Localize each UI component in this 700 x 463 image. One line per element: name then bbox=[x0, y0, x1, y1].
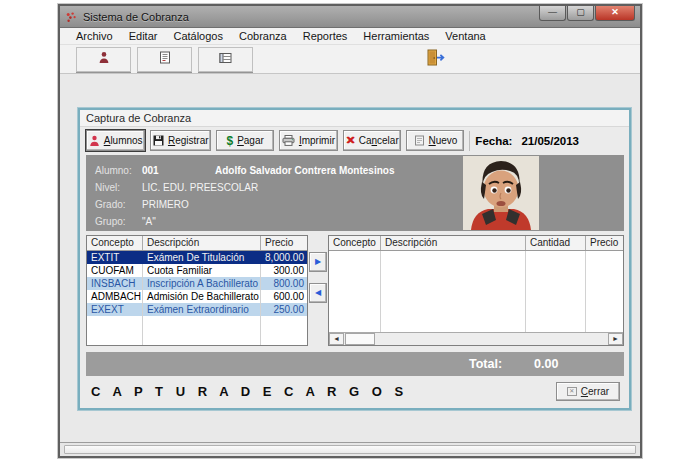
close-window-icon: ✕ bbox=[567, 387, 577, 396]
scroll-left-button[interactable]: ◄ bbox=[329, 333, 344, 345]
detail-table-header: Concepto Descripción Cantidad Precio Imp… bbox=[329, 236, 623, 251]
cell-descripcion: Exámen Extraordinario bbox=[143, 303, 261, 316]
cell-precio: 8,000.00 bbox=[261, 251, 307, 264]
cancelar-button[interactable]: ✕ Cancelar bbox=[343, 130, 402, 151]
fecha-value: 21/05/2013 bbox=[521, 135, 579, 147]
close-button[interactable]: ✕ bbox=[595, 6, 635, 21]
table-row[interactable]: INSBACH Inscripción A Bachillerato 800.0… bbox=[87, 277, 307, 290]
titlebar: Sistema de Cobranza — ▢ ✕ bbox=[60, 6, 640, 28]
nuevo-button[interactable]: Nuevo bbox=[406, 130, 464, 151]
toolbar-students-button[interactable] bbox=[76, 47, 131, 72]
menubar: Archivo Editar Catálogos Cobranza Report… bbox=[60, 28, 640, 45]
printer-icon bbox=[282, 135, 295, 146]
horizontal-scrollbar: ◄ ► bbox=[329, 332, 623, 345]
student-row-alumno: Alumno:001Adolfo Salvador Contrera Monte… bbox=[95, 162, 624, 179]
captura-window-title: Captura de Cobranza bbox=[80, 110, 629, 127]
menu-item-ventana[interactable]: Ventana bbox=[437, 29, 493, 43]
cell-precio: 600.00 bbox=[261, 290, 307, 303]
cell-concepto: INSBACH bbox=[87, 277, 143, 290]
menu-item-editar[interactable]: Editar bbox=[121, 29, 166, 43]
table-row[interactable]: ADMBACH Admisión De Bachillerato 600.00 bbox=[87, 290, 307, 303]
maximize-button[interactable]: ▢ bbox=[567, 6, 594, 21]
imprimir-button[interactable]: Imprimir bbox=[279, 130, 338, 151]
student-row-grado: Grado:PRIMERO bbox=[95, 196, 624, 213]
page-title: C A P T U R A D E C A R G O S bbox=[91, 384, 408, 399]
dollar-icon: $ bbox=[226, 134, 233, 148]
nuevo-button-label: Nuevo bbox=[429, 135, 458, 146]
alumnos-button[interactable]: Alumnos bbox=[86, 130, 145, 151]
pagar-button-label: Pagar bbox=[237, 135, 264, 146]
mdi-area: Captura de Cobranza Alumnos Registrar bbox=[60, 74, 640, 442]
student-icon bbox=[98, 51, 110, 67]
add-charge-button[interactable]: ▶ bbox=[309, 252, 327, 272]
imprimir-button-label: Imprimir bbox=[299, 135, 335, 146]
table-row[interactable]: EXTIT Exámen De Titulación 8,000.00 bbox=[87, 251, 307, 264]
total-bar: Total: 0.00 bbox=[86, 352, 624, 376]
fecha-label: Fecha: bbox=[475, 135, 512, 147]
alumnos-button-label: Alumnos bbox=[104, 135, 143, 146]
cell-descripcion: Exámen De Titulación bbox=[143, 251, 261, 264]
cell-concepto: EXEXT bbox=[87, 303, 143, 316]
cell-precio: 300.00 bbox=[261, 264, 307, 277]
app-icon bbox=[65, 10, 78, 23]
main-window: Sistema de Cobranza — ▢ ✕ Archivo Editar… bbox=[58, 4, 642, 458]
nivel-label: Nivel: bbox=[95, 179, 142, 196]
menu-item-reportes[interactable]: Reportes bbox=[295, 29, 356, 43]
detail-table: Concepto Descripción Cantidad Precio Imp… bbox=[328, 235, 624, 346]
menu-item-archivo[interactable]: Archivo bbox=[68, 29, 121, 43]
scrollbar-thumb[interactable] bbox=[345, 333, 375, 345]
col-descripcion: Descripción bbox=[381, 236, 526, 250]
status-bar-field bbox=[64, 445, 636, 454]
minimize-button[interactable]: — bbox=[539, 6, 566, 21]
fecha: Fecha: 21/05/2013 bbox=[475, 135, 625, 147]
total-value: 0.00 bbox=[534, 357, 558, 371]
status-bar bbox=[60, 442, 640, 456]
registrar-button-label: Registrar bbox=[168, 135, 209, 146]
remove-charge-button[interactable]: ◀ bbox=[309, 283, 327, 303]
menu-item-herramientas[interactable]: Herramientas bbox=[355, 29, 437, 43]
cerrar-button-label: Cerrar bbox=[581, 386, 609, 397]
menu-item-catalogos[interactable]: Catálogos bbox=[165, 29, 231, 43]
scrollbar-track bbox=[375, 333, 608, 345]
scroll-right-button[interactable]: ► bbox=[608, 333, 623, 345]
cell-descripcion: Admisión De Bachillerato bbox=[143, 290, 261, 303]
cerrar-button[interactable]: ✕ Cerrar bbox=[556, 382, 620, 401]
cell-concepto: EXTIT bbox=[87, 251, 143, 264]
action-button-row: Alumnos Registrar $ Pagar bbox=[80, 127, 629, 153]
receipt-grid-icon bbox=[219, 52, 232, 67]
grupo-value: "A" bbox=[142, 216, 156, 227]
child-footer: C A P T U R A D E C A R G O S ✕ Cerrar bbox=[80, 376, 629, 408]
alumno-name: Adolfo Salvador Contrera Montesinos bbox=[215, 165, 394, 176]
pagar-button[interactable]: $ Pagar bbox=[216, 130, 274, 151]
desktop: Sistema de Cobranza — ▢ ✕ Archivo Editar… bbox=[0, 0, 700, 463]
total-label: Total: bbox=[469, 357, 502, 371]
alumno-id: 001 bbox=[142, 162, 215, 179]
concepts-table-header: Concepto Descripción Precio bbox=[87, 236, 307, 251]
table-row[interactable]: CUOFAM Cuota Familiar 300.00 bbox=[87, 264, 307, 277]
window-title: Sistema de Cobranza bbox=[83, 11, 189, 23]
transfer-buttons: ▶ ◀ bbox=[308, 235, 328, 346]
grado-label: Grado: bbox=[95, 196, 142, 213]
toolbar-receipts-button[interactable] bbox=[198, 47, 253, 72]
table-row[interactable]: EXEXT Exámen Extraordinario 250.00 bbox=[87, 303, 307, 316]
col-concepto: Concepto bbox=[87, 236, 143, 250]
ledger-icon bbox=[159, 51, 171, 67]
cell-precio: 250.00 bbox=[261, 303, 307, 316]
cell-descripcion: Cuota Familiar bbox=[143, 264, 261, 277]
registrar-button[interactable]: Registrar bbox=[150, 130, 211, 151]
grado-value: PRIMERO bbox=[142, 199, 189, 210]
col-cantidad: Cantidad bbox=[526, 236, 586, 250]
cancel-x-icon: ✕ bbox=[345, 134, 354, 147]
col-precio: Precio bbox=[261, 236, 307, 250]
exit-door-icon[interactable] bbox=[425, 49, 447, 69]
arrow-left-icon: ◀ bbox=[315, 288, 321, 297]
col-concepto: Concepto bbox=[329, 236, 381, 250]
toolbar-ledger-button[interactable] bbox=[137, 47, 192, 72]
menu-item-cobranza[interactable]: Cobranza bbox=[231, 29, 295, 43]
cell-descripcion: Inscripción A Bachillerato bbox=[143, 277, 261, 290]
grupo-label: Grupo: bbox=[95, 213, 142, 230]
cancelar-button-label: Cancelar bbox=[359, 135, 399, 146]
detail-table-empty-area bbox=[329, 251, 623, 332]
col-precio: Precio bbox=[586, 236, 624, 250]
tables-area: Concepto Descripción Precio EXTIT Exámen… bbox=[86, 235, 624, 346]
